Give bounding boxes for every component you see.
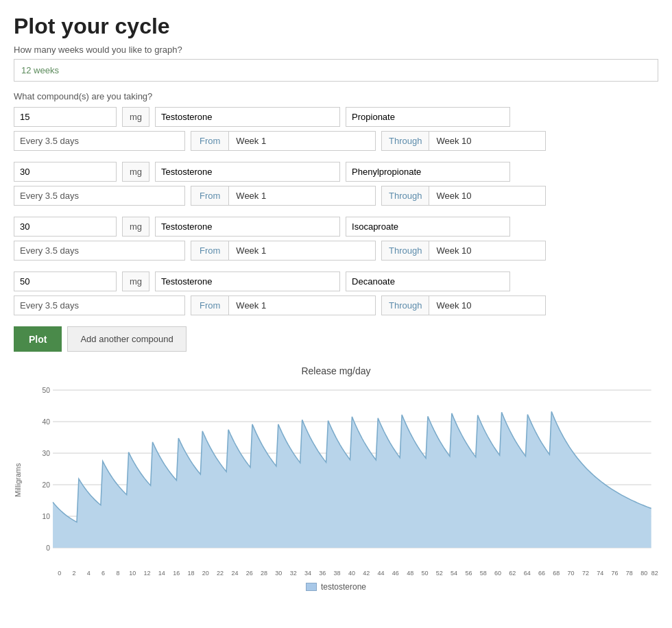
from-box-3: From Week 1	[191, 295, 376, 315]
unit-box-1: mg	[122, 162, 149, 182]
x-axis-labels: 0246810121416182022242628303234363840424…	[52, 568, 658, 577]
x-label: 72	[578, 570, 592, 577]
dose-input-2[interactable]	[14, 217, 117, 237]
freq-box-1[interactable]: Every 3.5 days	[14, 186, 185, 206]
unit-box-3: mg	[122, 271, 149, 291]
x-label: 24	[228, 570, 242, 577]
add-compound-button[interactable]: Add another compound	[67, 326, 186, 352]
svg-text:30: 30	[43, 450, 51, 457]
x-label: 28	[256, 570, 271, 577]
dose-input-1[interactable]	[14, 162, 117, 182]
compound-row-1: mg Every 3.5 days From Week 1 Through We…	[14, 162, 658, 206]
x-label: 26	[242, 570, 256, 577]
through-box-2: Through Week 10	[381, 241, 546, 261]
x-label: 80	[637, 570, 651, 577]
x-label: 54	[446, 570, 461, 577]
x-label: 0	[52, 570, 67, 577]
weeks-input[interactable]	[14, 59, 658, 82]
compound-row-3: mg Every 3.5 days From Week 1 Through We…	[14, 271, 658, 315]
compound-name-input-0[interactable]	[155, 107, 340, 127]
y-axis-label: Milligrams	[14, 383, 22, 577]
chart-section: Release mg/day Milligrams 01020304050 02…	[14, 365, 658, 592]
from-box-0: From Week 1	[191, 131, 376, 151]
ester-input-2[interactable]	[346, 217, 510, 237]
through-value-1: Week 10	[429, 186, 545, 205]
svg-text:50: 50	[43, 387, 51, 394]
through-box-1: Through Week 10	[381, 186, 546, 206]
through-label-1: Through	[382, 186, 429, 205]
x-label: 60	[490, 570, 505, 577]
chart-legend: testosterone	[14, 582, 658, 592]
x-label: 16	[169, 570, 184, 577]
x-label: 22	[213, 570, 227, 577]
freq-box-3[interactable]: Every 3.5 days	[14, 295, 185, 315]
dose-input-0[interactable]	[14, 107, 117, 127]
from-value-0: Week 1	[229, 132, 375, 150]
x-label: 6	[96, 570, 110, 577]
x-label: 36	[315, 570, 330, 577]
from-value-1: Week 1	[229, 186, 375, 205]
x-label: 76	[608, 570, 622, 577]
x-label: 44	[374, 570, 388, 577]
x-label: 8	[110, 570, 125, 577]
x-label: 34	[300, 570, 315, 577]
x-label: 74	[593, 570, 608, 577]
x-label: 52	[432, 570, 446, 577]
x-label: 64	[520, 570, 534, 577]
from-label-1: From	[191, 186, 229, 205]
chart-svg: 01020304050	[25, 383, 658, 568]
from-value-2: Week 1	[229, 241, 375, 260]
x-label: 56	[461, 570, 476, 577]
x-label: 42	[359, 570, 374, 577]
ester-input-0[interactable]	[346, 107, 510, 127]
compounds-container: mg Every 3.5 days From Week 1 Through We…	[14, 107, 658, 315]
freq-box-2[interactable]: Every 3.5 days	[14, 241, 185, 261]
x-label: 82	[651, 570, 658, 577]
page-title: Plot your cycle	[14, 14, 658, 39]
from-value-3: Week 1	[229, 296, 375, 315]
compound-row-0: mg Every 3.5 days From Week 1 Through We…	[14, 107, 658, 151]
freq-box-0[interactable]: Every 3.5 days	[14, 131, 185, 151]
through-value-3: Week 10	[429, 296, 545, 315]
legend-label: testosterone	[321, 582, 366, 592]
x-label: 20	[198, 570, 213, 577]
compound-name-input-3[interactable]	[155, 271, 340, 291]
weeks-label: How many weeks would you like to graph?	[14, 45, 658, 55]
compound-name-input-2[interactable]	[155, 217, 340, 237]
svg-text:20: 20	[43, 481, 51, 489]
through-value-2: Week 10	[429, 241, 545, 260]
compound-name-input-1[interactable]	[155, 162, 340, 182]
x-label: 50	[418, 570, 432, 577]
x-label: 12	[140, 570, 154, 577]
svg-text:10: 10	[43, 513, 51, 520]
x-label: 32	[286, 570, 300, 577]
unit-box-0: mg	[122, 107, 149, 127]
plot-button[interactable]: Plot	[14, 326, 62, 352]
from-box-2: From Week 1	[191, 241, 376, 261]
from-label-2: From	[191, 241, 229, 260]
compound-row-2: mg Every 3.5 days From Week 1 Through We…	[14, 217, 658, 261]
ester-input-1[interactable]	[346, 162, 510, 182]
from-label-0: From	[191, 132, 229, 150]
x-label: 18	[184, 570, 198, 577]
through-label-0: Through	[382, 132, 429, 150]
through-label-2: Through	[382, 241, 429, 260]
legend-color-box	[306, 583, 317, 591]
x-label: 48	[403, 570, 418, 577]
through-box-0: Through Week 10	[381, 131, 546, 151]
svg-text:0: 0	[46, 544, 50, 552]
ester-input-3[interactable]	[346, 271, 510, 291]
x-label: 78	[622, 570, 636, 577]
dose-input-3[interactable]	[14, 271, 117, 291]
through-label-3: Through	[382, 296, 429, 315]
x-label: 40	[344, 570, 359, 577]
from-label-3: From	[191, 296, 229, 315]
unit-box-2: mg	[122, 217, 149, 237]
x-label: 14	[154, 570, 169, 577]
x-label: 46	[388, 570, 403, 577]
x-label: 68	[549, 570, 564, 577]
x-label: 10	[125, 570, 140, 577]
compounds-label: What compound(s) are you taking?	[14, 91, 658, 101]
x-label: 30	[272, 570, 286, 577]
x-label: 38	[330, 570, 344, 577]
